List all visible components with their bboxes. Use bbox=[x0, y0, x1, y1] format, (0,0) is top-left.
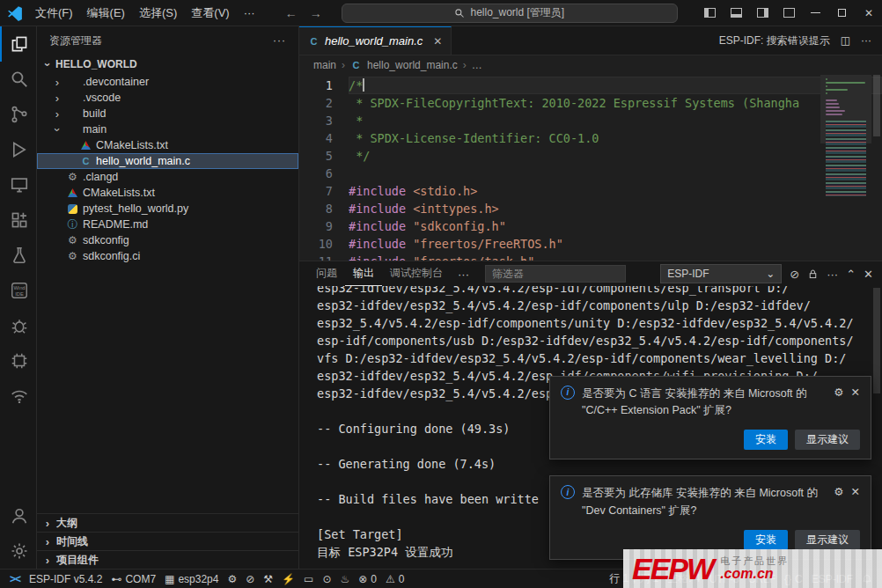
command-center[interactable]: hello_world [管理员] bbox=[342, 4, 678, 23]
panel-tabs-overflow-icon[interactable]: ··· bbox=[452, 268, 474, 281]
status-menuconfig[interactable]: ⚙ bbox=[223, 570, 241, 588]
lock-scroll-icon[interactable] bbox=[807, 268, 819, 280]
toast-close-icon[interactable]: ✕ bbox=[851, 485, 860, 498]
close-panel-icon[interactable]: ✕ bbox=[864, 268, 873, 281]
settings-gear-icon[interactable] bbox=[0, 533, 36, 569]
breadcrumb-file[interactable]: hello_world_main.c bbox=[367, 59, 458, 71]
minimize-button[interactable] bbox=[803, 0, 829, 26]
editor-scrollbar[interactable] bbox=[871, 75, 882, 261]
status-espidf-version[interactable]: ESP-IDF v5.4.2 bbox=[25, 570, 107, 588]
status-flash-device[interactable]: ⚡ bbox=[277, 570, 299, 588]
nav-forward-icon[interactable]: → bbox=[310, 6, 322, 20]
panel-tab-[interactable]: 问题 bbox=[308, 261, 345, 286]
tree-item-vscode[interactable]: ›.vscode bbox=[37, 90, 298, 106]
line-number: 8 bbox=[299, 200, 333, 217]
chevron-right-icon: › bbox=[42, 535, 53, 548]
status-remote-indicator[interactable]: >< bbox=[5, 570, 25, 588]
toast-settings-gear-icon[interactable]: ⚙ bbox=[834, 485, 843, 498]
output-filter-input[interactable] bbox=[485, 265, 626, 283]
status-build-flash-monitor[interactable]: ♨ bbox=[335, 570, 354, 588]
maximize-panel-icon[interactable]: ⌃ bbox=[846, 268, 856, 281]
sidebar-more-icon[interactable]: ··· bbox=[273, 34, 286, 47]
tree-item-sdkconfig[interactable]: ⚙sdkconfig bbox=[37, 232, 298, 248]
panel-tab-[interactable]: 调试控制台 bbox=[382, 261, 451, 286]
toast-settings-gear-icon[interactable]: ⚙ bbox=[834, 386, 843, 399]
show-recommendations-button[interactable]: 显示建议 bbox=[795, 430, 860, 450]
vscode-logo bbox=[7, 5, 23, 21]
clear-output-icon[interactable]: ⊘ bbox=[790, 268, 799, 281]
menu-f[interactable]: 文件(F) bbox=[28, 4, 80, 23]
account-icon[interactable] bbox=[0, 498, 36, 533]
menu-e[interactable]: 编辑(E) bbox=[80, 4, 132, 23]
status-build-project[interactable]: ⚒ bbox=[259, 570, 277, 588]
status-full-clean[interactable]: ⊘ bbox=[241, 570, 259, 588]
tree-item-main[interactable]: ›main bbox=[37, 121, 298, 137]
bug-icon[interactable] bbox=[0, 308, 36, 343]
run-debug-icon[interactable] bbox=[0, 132, 36, 167]
breadcrumb-folder[interactable]: main bbox=[313, 59, 336, 71]
section-[interactable]: ›项目组件 bbox=[37, 550, 298, 569]
tree-item-readme-md[interactable]: ⓘREADME.md bbox=[37, 217, 298, 232]
monitor-device-icon: ▭ bbox=[304, 573, 313, 585]
espidf-search-errors-action[interactable]: ESP-IDF: 搜索错误提示 bbox=[719, 33, 830, 48]
output-channel-select[interactable]: ESP-IDF ⌄ bbox=[660, 264, 782, 283]
toggle-secondary-sidebar-icon[interactable] bbox=[750, 0, 776, 26]
tree-item-build[interactable]: ›build bbox=[37, 106, 298, 121]
svg-text:IDE: IDE bbox=[15, 291, 24, 297]
remote-explorer-icon[interactable] bbox=[0, 167, 36, 202]
code-editor[interactable]: 1234567891011 /* * SPDX-FileCopyrightTex… bbox=[299, 75, 882, 261]
toggle-sidebar-icon[interactable] bbox=[697, 0, 724, 26]
tree-item-pytest-hello-world-py[interactable]: pytest_hello_world.py bbox=[37, 201, 298, 217]
menu-s[interactable]: 选择(S) bbox=[132, 4, 184, 23]
menu-v[interactable]: 查看(V) bbox=[184, 4, 236, 23]
status-serial-port[interactable]: ⊷COM7 bbox=[107, 570, 160, 588]
chevron-right-icon: › bbox=[342, 59, 345, 71]
section-[interactable]: ›大纲 bbox=[37, 513, 298, 532]
toast-close-icon[interactable]: ✕ bbox=[851, 386, 860, 399]
explorer-icon[interactable] bbox=[0, 26, 36, 62]
tree-item-hello-world-main-c[interactable]: Chello_world_main.c bbox=[37, 153, 298, 169]
split-editor-icon[interactable]: ◫ bbox=[841, 34, 850, 47]
install-button[interactable]: 安装 bbox=[744, 530, 788, 550]
maximize-button[interactable] bbox=[829, 0, 856, 26]
testing-flask-icon[interactable] bbox=[0, 238, 36, 273]
status-debug[interactable]: ⊙ bbox=[318, 570, 335, 588]
status-monitor-device[interactable]: ▭ bbox=[299, 570, 318, 588]
extensions-icon[interactable] bbox=[0, 202, 36, 238]
nav-back-icon[interactable]: ← bbox=[285, 6, 298, 20]
panel-scrollbar[interactable] bbox=[873, 288, 880, 393]
breadcrumb-more[interactable]: … bbox=[472, 59, 482, 71]
show-recommendations-button[interactable]: 显示建议 bbox=[795, 530, 860, 550]
tree-item-clangd[interactable]: ⚙.clangd bbox=[37, 169, 298, 185]
menu-overflow[interactable]: ··· bbox=[237, 4, 262, 23]
code-line: * SPDX-FileCopyrightText: 2010-2022 Espr… bbox=[349, 94, 882, 112]
chip-device-icon[interactable] bbox=[0, 343, 36, 379]
tree-item-cmakelists-txt[interactable]: CMakeLists.txt bbox=[37, 137, 298, 153]
tab-hello-world-main-c[interactable]: C hello_world_main.c ✕ bbox=[299, 26, 452, 55]
section-[interactable]: ›时间线 bbox=[37, 532, 298, 550]
install-button[interactable]: 安装 bbox=[744, 430, 788, 450]
minimap[interactable] bbox=[820, 75, 871, 261]
tab-close-icon[interactable]: ✕ bbox=[433, 35, 442, 48]
svg-text:Wind: Wind bbox=[13, 285, 25, 290]
customize-layout-icon[interactable] bbox=[776, 0, 803, 26]
wind-ide-icon[interactable]: WindIDE bbox=[0, 273, 36, 308]
chevron-right-icon: › bbox=[52, 76, 62, 89]
tree-item-devcontainer[interactable]: ›.devcontainer bbox=[37, 74, 298, 90]
status-problems-warnings[interactable]: ⚠0 bbox=[381, 570, 408, 588]
toggle-panel-icon[interactable] bbox=[724, 0, 750, 26]
editor-more-icon[interactable]: ··· bbox=[861, 34, 871, 47]
status-problems-errors[interactable]: ⊗0 bbox=[354, 570, 381, 588]
c-file-icon: C bbox=[350, 60, 362, 70]
close-button[interactable]: ✕ bbox=[856, 0, 882, 26]
project-root-row[interactable]: › HELLO_WORLD bbox=[37, 55, 298, 74]
source-control-icon[interactable] bbox=[0, 97, 36, 132]
output-line: esp32-idfdev/esp32_5.4/v5.4.2/esp-idf/co… bbox=[317, 297, 882, 314]
tree-item-cmakelists-txt[interactable]: CMakeLists.txt bbox=[37, 185, 298, 201]
panel-more-icon[interactable]: ··· bbox=[827, 268, 838, 281]
tree-item-sdkconfig-ci[interactable]: ⚙sdkconfig.ci bbox=[37, 248, 298, 264]
status-device-target[interactable]: ▦esp32p4 bbox=[160, 570, 223, 588]
wireless-icon[interactable] bbox=[0, 379, 36, 414]
panel-tab-[interactable]: 输出 bbox=[345, 261, 382, 286]
search-icon[interactable] bbox=[0, 62, 36, 97]
